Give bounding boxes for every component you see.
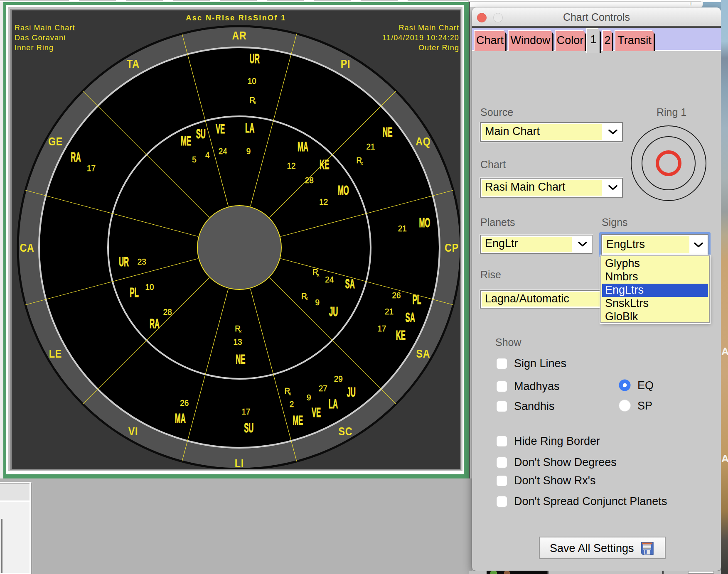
svg-text:ME: ME: [293, 413, 303, 427]
svg-text:PL: PL: [130, 285, 138, 299]
svg-text:21: 21: [385, 307, 394, 316]
svg-text:CA: CA: [20, 241, 34, 254]
svg-text:SA: SA: [416, 347, 430, 360]
svg-text:NE: NE: [383, 125, 392, 140]
svg-text:SC: SC: [339, 425, 353, 437]
svg-text:27: 27: [319, 383, 327, 393]
svg-text:GE: GE: [48, 135, 63, 147]
svg-text:21: 21: [366, 142, 375, 151]
svg-text:LA: LA: [329, 396, 338, 411]
svg-text:MO: MO: [419, 215, 430, 230]
svg-text:17: 17: [87, 163, 96, 173]
svg-text:SA: SA: [405, 310, 415, 324]
svg-text:JU: JU: [329, 304, 338, 319]
svg-text:UR: UR: [250, 51, 260, 66]
svg-text:13: 13: [234, 337, 242, 346]
svg-text:5: 5: [192, 155, 197, 164]
svg-text:x: x: [361, 160, 363, 166]
svg-text:AQ: AQ: [416, 135, 431, 147]
svg-text:RA: RA: [150, 316, 160, 331]
svg-text:ME: ME: [181, 134, 191, 148]
svg-text:TA: TA: [127, 57, 140, 70]
svg-text:MA: MA: [298, 139, 308, 154]
svg-text:RA: RA: [71, 150, 81, 164]
svg-text:PL: PL: [412, 292, 421, 307]
svg-text:9: 9: [307, 392, 311, 402]
svg-text:VE: VE: [216, 121, 225, 136]
svg-text:26: 26: [392, 290, 401, 300]
svg-text:LA: LA: [245, 120, 254, 135]
svg-text:VE: VE: [312, 405, 321, 419]
svg-text:x: x: [289, 391, 291, 397]
svg-text:SU: SU: [196, 127, 206, 141]
svg-text:2: 2: [290, 399, 294, 409]
svg-text:MA: MA: [175, 411, 186, 425]
svg-text:10: 10: [248, 76, 256, 86]
svg-text:26: 26: [180, 398, 189, 407]
svg-text:10: 10: [145, 282, 154, 292]
svg-text:24: 24: [325, 275, 334, 284]
svg-text:MO: MO: [338, 183, 349, 197]
svg-text:UR: UR: [119, 254, 129, 269]
svg-text:9: 9: [246, 146, 251, 156]
svg-text:x: x: [239, 329, 242, 334]
svg-text:21: 21: [398, 223, 407, 233]
svg-text:x: x: [317, 272, 319, 278]
svg-text:LE: LE: [49, 347, 62, 360]
svg-text:CP: CP: [445, 241, 459, 254]
svg-text:PI: PI: [341, 57, 351, 70]
svg-text:x: x: [305, 296, 308, 302]
svg-text:24: 24: [219, 146, 227, 156]
svg-text:28: 28: [305, 175, 314, 185]
svg-text:23: 23: [138, 257, 146, 266]
svg-text:17: 17: [241, 407, 250, 416]
svg-text:29: 29: [334, 374, 343, 383]
svg-text:4: 4: [205, 150, 210, 159]
svg-text:LI: LI: [235, 457, 244, 469]
svg-text:SA: SA: [345, 276, 354, 291]
svg-text:17: 17: [377, 324, 386, 333]
svg-text:28: 28: [163, 307, 172, 316]
svg-text:AR: AR: [232, 29, 246, 42]
svg-text:NE: NE: [236, 352, 245, 366]
svg-text:JU: JU: [347, 385, 355, 399]
svg-text:9: 9: [315, 297, 320, 307]
svg-text:12: 12: [319, 197, 328, 206]
svg-text:KE: KE: [320, 157, 329, 172]
svg-text:KE: KE: [396, 328, 406, 342]
svg-text:x: x: [254, 100, 256, 105]
svg-text:VI: VI: [128, 425, 138, 437]
svg-text:12: 12: [287, 161, 295, 170]
svg-text:SU: SU: [244, 421, 253, 435]
